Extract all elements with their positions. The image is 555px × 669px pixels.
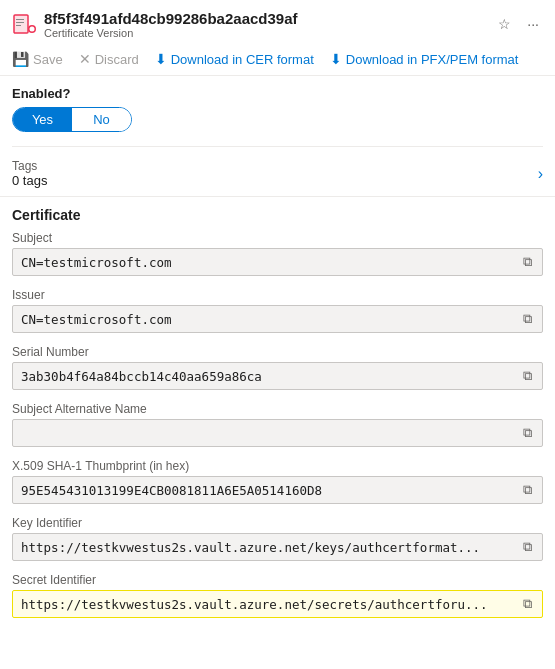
serial-number-copy-button[interactable]: ⧉ [521, 368, 534, 384]
tags-info: Tags 0 tags [12, 159, 47, 188]
key-identifier-value: https://testkvwestus2s.vault.azure.net/k… [21, 540, 521, 555]
thumbprint-field-group: X.509 SHA-1 Thumbprint (in hex) 95E54543… [0, 455, 555, 512]
discard-button[interactable]: ✕ Discard [79, 49, 139, 69]
download-cer-icon: ⬇ [155, 51, 167, 67]
secret-identifier-value: https://testkvwestus2s.vault.azure.net/s… [21, 597, 521, 612]
certificate-icon [12, 12, 36, 36]
pin-button[interactable]: ☆ [494, 14, 515, 34]
enabled-label: Enabled? [12, 86, 543, 101]
key-identifier-field-group: Key Identifier https://testkvwestus2s.va… [0, 512, 555, 569]
key-identifier-label: Key Identifier [12, 516, 543, 530]
subject-alt-name-copy-button[interactable]: ⧉ [521, 425, 534, 441]
serial-number-value: 3ab30b4f64a84bccb14c40aa659a86ca [21, 369, 521, 384]
svg-rect-5 [16, 22, 24, 23]
svg-point-3 [30, 27, 35, 32]
download-cer-button[interactable]: ⬇ Download in CER format [155, 49, 314, 69]
discard-icon: ✕ [79, 51, 91, 67]
subject-alt-name-field-group: Subject Alternative Name ⧉ [0, 398, 555, 455]
save-icon: 💾 [12, 51, 29, 67]
no-toggle-button[interactable]: No [72, 108, 131, 131]
issuer-label: Issuer [12, 288, 543, 302]
tags-label: Tags [12, 159, 47, 173]
tags-count: 0 tags [12, 173, 47, 188]
save-label: Save [33, 52, 63, 67]
page-header: 8f5f3f491afd48cb99286ba2aacd39af Certifi… [0, 0, 555, 43]
thumbprint-value: 95E545431013199E4CB0081811A6E5A0514160D8 [21, 483, 521, 498]
subject-label: Subject [12, 231, 543, 245]
thumbprint-input-row: 95E545431013199E4CB0081811A6E5A0514160D8… [12, 476, 543, 504]
more-icon: ··· [527, 16, 539, 32]
download-pfx-button[interactable]: ⬇ Download in PFX/PEM format [330, 49, 519, 69]
secret-identifier-field-group: Secret Identifier https://testkvwestus2s… [0, 569, 555, 626]
more-button[interactable]: ··· [523, 14, 543, 34]
subject-alt-name-label: Subject Alternative Name [12, 402, 543, 416]
key-identifier-input-row: https://testkvwestus2s.vault.azure.net/k… [12, 533, 543, 561]
svg-rect-6 [16, 25, 21, 26]
secret-identifier-input-row: https://testkvwestus2s.vault.azure.net/s… [12, 590, 543, 618]
download-cer-label: Download in CER format [171, 52, 314, 67]
secret-identifier-label: Secret Identifier [12, 573, 543, 587]
secret-identifier-copy-button[interactable]: ⧉ [521, 596, 534, 612]
issuer-copy-button[interactable]: ⧉ [521, 311, 534, 327]
header-text-group: 8f5f3f491afd48cb99286ba2aacd39af Certifi… [44, 10, 486, 39]
subject-value: CN=testmicrosoft.com [21, 255, 521, 270]
serial-number-input-row: 3ab30b4f64a84bccb14c40aa659a86ca ⧉ [12, 362, 543, 390]
serial-number-field-group: Serial Number 3ab30b4f64a84bccb14c40aa65… [0, 341, 555, 398]
enabled-toggle[interactable]: Yes No [12, 107, 132, 132]
subject-input-row: CN=testmicrosoft.com ⧉ [12, 248, 543, 276]
pin-icon: ☆ [498, 16, 511, 32]
enabled-section: Enabled? Yes No [0, 76, 555, 142]
issuer-field-group: Issuer CN=testmicrosoft.com ⧉ [0, 284, 555, 341]
tags-row[interactable]: Tags 0 tags › [0, 151, 555, 197]
subject-copy-button[interactable]: ⧉ [521, 254, 534, 270]
download-pfx-label: Download in PFX/PEM format [346, 52, 519, 67]
page-subtitle: Certificate Version [44, 27, 486, 39]
thumbprint-copy-button[interactable]: ⧉ [521, 482, 534, 498]
subject-alt-name-input-row: ⧉ [12, 419, 543, 447]
svg-rect-4 [16, 19, 24, 20]
header-action-buttons: ☆ ··· [494, 14, 543, 34]
issuer-input-row: CN=testmicrosoft.com ⧉ [12, 305, 543, 333]
section-divider-1 [12, 146, 543, 147]
serial-number-label: Serial Number [12, 345, 543, 359]
download-pfx-icon: ⬇ [330, 51, 342, 67]
svg-rect-0 [14, 15, 28, 33]
tags-chevron-icon: › [538, 165, 543, 183]
save-button[interactable]: 💾 Save [12, 49, 63, 69]
key-identifier-copy-button[interactable]: ⧉ [521, 539, 534, 555]
certificate-section-title: Certificate [0, 197, 555, 227]
yes-toggle-button[interactable]: Yes [13, 108, 72, 131]
thumbprint-label: X.509 SHA-1 Thumbprint (in hex) [12, 459, 543, 473]
toolbar: 💾 Save ✕ Discard ⬇ Download in CER forma… [0, 43, 555, 76]
issuer-value: CN=testmicrosoft.com [21, 312, 521, 327]
discard-label: Discard [95, 52, 139, 67]
page-title: 8f5f3f491afd48cb99286ba2aacd39af [44, 10, 486, 27]
subject-field-group: Subject CN=testmicrosoft.com ⧉ [0, 227, 555, 284]
